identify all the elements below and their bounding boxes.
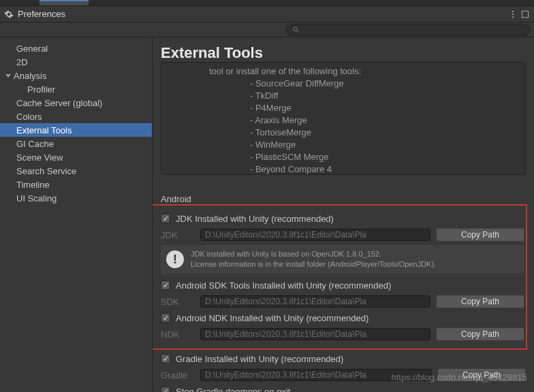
title-bar: Preferences <box>0 6 534 22</box>
jdk-label: JDK <box>161 230 195 240</box>
ndk-path-input[interactable]: D:\UnityEditors\2020.3.8f1c1\Editor\Data… <box>200 328 430 340</box>
sidebar-item-cache-server[interactable]: Cache Server (global) <box>0 96 152 110</box>
merge-tool-item: - WinMerge <box>168 139 518 151</box>
svg-point-0 <box>512 10 514 12</box>
watermark: https://blog.csdn.net/qq_45429815 <box>392 372 528 382</box>
chevron-down-icon <box>5 74 11 78</box>
ndk-label: NDK <box>161 329 195 340</box>
merge-tool-item: - PlasticSCM Merge <box>168 151 518 163</box>
sidebar-item-analysis[interactable]: Analysis <box>0 69 152 82</box>
gradle-checkbox[interactable] <box>161 354 170 363</box>
sidebar-item-scene-view[interactable]: Scene View <box>0 150 152 164</box>
stop-daemons-label: Stop Gradle daemons on exit <box>176 387 290 393</box>
sidebar-item-label: GI Cache <box>16 139 54 149</box>
jdk-path-input[interactable]: D:\UnityEditors\2020.3.8f1c1\Editor\Data… <box>200 229 430 241</box>
jdk-info-box: JDK installed with Unity is based on Ope… <box>161 245 524 274</box>
sdk-path-input[interactable]: D:\UnityEditors\2020.3.8f1c1\Editor\Data… <box>200 295 430 308</box>
info-line2: License information is in the install fo… <box>191 259 436 270</box>
top-strip <box>0 0 534 6</box>
sidebar-item-label: Search Service <box>16 166 76 176</box>
merge-tool-item: - Beyond Compare 4 <box>168 163 518 175</box>
sidebar-item-ui-scaling[interactable]: UI Scaling <box>0 191 152 205</box>
sidebar-item-timeline[interactable]: Timeline <box>0 178 152 191</box>
sidebar-item-label: UI Scaling <box>16 193 57 203</box>
jdk-checkbox[interactable] <box>161 214 170 223</box>
sidebar-item-external-tools[interactable]: External Tools <box>0 123 152 137</box>
sidebar: General 2D Analysis Profiler Cache Serve… <box>0 37 153 392</box>
jdk-checkbox-label: JDK Installed with Unity (recommended) <box>176 214 334 224</box>
merge-tool-item: - SourceGear DiffMerge <box>168 78 518 90</box>
jdk-copy-button[interactable]: Copy Path <box>436 228 524 242</box>
svg-line-5 <box>297 31 298 32</box>
sidebar-item-search-service[interactable]: Search Service <box>0 164 152 178</box>
merge-tool-item: - P4Merge <box>168 102 518 114</box>
window-title: Preferences <box>18 9 65 19</box>
sidebar-item-2d[interactable]: 2D <box>0 55 152 69</box>
gradle-label: Gradle <box>161 370 195 380</box>
sidebar-item-general[interactable]: General <box>0 42 152 55</box>
merge-tools-box: tool or install one of the following too… <box>161 62 526 175</box>
gradle-checkbox-label: Gradle Installed with Unity (recommended… <box>176 354 343 364</box>
info-icon <box>166 250 184 268</box>
merge-tool-item: - TkDiff <box>168 90 518 102</box>
highlight-box: JDK Installed with Unity (recommended) J… <box>153 204 527 350</box>
svg-point-1 <box>512 13 514 14</box>
info-line1: JDK installed with Unity is based on Ope… <box>191 249 436 259</box>
merge-tool-item: - TortoiseMerge <box>168 127 518 139</box>
content-area: External Tools tool or install one of th… <box>153 37 534 392</box>
sidebar-item-profiler[interactable]: Profiler <box>0 82 152 96</box>
search-input[interactable] <box>286 24 530 36</box>
maximize-icon[interactable] <box>520 10 530 19</box>
search-row <box>0 22 534 37</box>
sidebar-item-gi-cache[interactable]: GI Cache <box>0 137 152 150</box>
stop-daemons-checkbox[interactable] <box>161 387 170 392</box>
sidebar-item-label: Scene View <box>16 152 63 163</box>
gear-icon <box>4 10 14 19</box>
ndk-copy-button[interactable]: Copy Path <box>436 327 524 341</box>
sdk-copy-button[interactable]: Copy Path <box>436 295 524 308</box>
page-title: External Tools <box>161 44 526 62</box>
sidebar-item-label: 2D <box>16 57 28 67</box>
android-heading: Android <box>161 194 526 204</box>
sidebar-item-label: Profiler <box>27 84 55 95</box>
svg-rect-3 <box>522 11 528 17</box>
merge-tool-item: - Araxis Merge <box>168 114 518 127</box>
svg-point-2 <box>512 16 514 17</box>
sidebar-item-label: Timeline <box>16 180 50 190</box>
ndk-checkbox[interactable] <box>161 313 170 323</box>
sdk-checkbox[interactable] <box>161 280 170 290</box>
kebab-menu-icon[interactable] <box>508 10 518 19</box>
sidebar-item-label: General <box>16 44 48 54</box>
svg-point-4 <box>294 27 298 31</box>
merge-tools-header: tool or install one of the following too… <box>168 65 518 78</box>
sidebar-item-label: Colors <box>16 112 42 122</box>
search-icon <box>292 26 300 33</box>
ndk-checkbox-label: Android NDK Installed with Unity (recomm… <box>176 313 368 323</box>
active-tab-indicator <box>40 0 89 5</box>
sdk-label: SDK <box>161 297 195 307</box>
sidebar-item-label: Cache Server (global) <box>16 98 102 108</box>
sidebar-item-label: External Tools <box>16 125 72 135</box>
sidebar-item-label: Analysis <box>14 71 46 81</box>
sidebar-item-colors[interactable]: Colors <box>0 110 152 123</box>
sdk-checkbox-label: Android SDK Tools Installed with Unity (… <box>176 280 391 291</box>
